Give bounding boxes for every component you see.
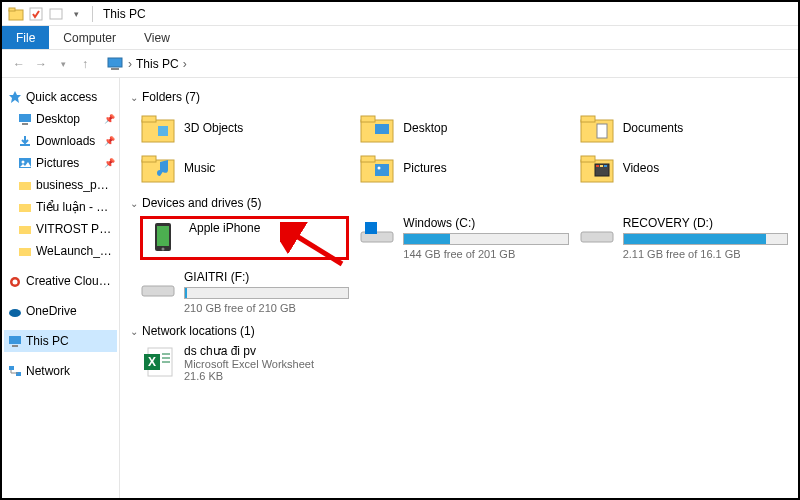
folder-3d-objects[interactable]: 3D Objects	[140, 110, 349, 146]
download-icon	[18, 134, 32, 148]
svg-rect-19	[9, 336, 21, 344]
drive-free-text: 144 GB free of 201 GB	[403, 248, 568, 260]
pin-icon: 📌	[104, 158, 115, 168]
sidebar-folder-vitrost[interactable]: VITROST PPTX	[4, 218, 117, 240]
desktop-icon	[18, 112, 32, 126]
svg-rect-24	[142, 116, 156, 122]
ribbon-tabs: File Computer View	[2, 26, 798, 50]
sidebar-label: Pictures	[36, 156, 102, 170]
sidebar-label: Downloads	[36, 134, 102, 148]
title-bar: ▾ This PC	[2, 2, 798, 26]
network-file-excel[interactable]: X ds chưa đi pv Microsoft Excel Workshee…	[140, 344, 788, 382]
svg-rect-5	[111, 68, 119, 70]
forward-button[interactable]: →	[30, 53, 52, 75]
folder-desktop[interactable]: Desktop	[359, 110, 568, 146]
sidebar-folder-welaunch[interactable]: WeLaunch_Desig	[4, 240, 117, 262]
svg-rect-50	[142, 286, 174, 296]
drive-icon	[359, 216, 395, 248]
tab-file[interactable]: File	[2, 26, 49, 49]
section-folders[interactable]: ⌄ Folders (7)	[130, 90, 788, 104]
drive-icon	[140, 270, 176, 302]
svg-point-11	[22, 161, 25, 164]
properties-icon[interactable]	[28, 6, 44, 22]
drive-recovery-d[interactable]: RECOVERY (D:) 2.11 GB free of 16.1 GB	[579, 216, 788, 260]
drive-giaitri-f[interactable]: GIAITRI (F:) 210 GB free of 210 GB	[140, 270, 349, 314]
svg-rect-1	[9, 8, 15, 11]
svg-rect-31	[597, 124, 607, 138]
folder-icon	[579, 112, 615, 144]
pin-icon: 📌	[104, 114, 115, 124]
sidebar-downloads[interactable]: Downloads 📌	[4, 130, 117, 152]
usage-bar	[623, 233, 788, 245]
sidebar-folder-business[interactable]: business_power	[4, 174, 117, 196]
folder-label: Videos	[623, 161, 659, 175]
svg-rect-49	[581, 232, 613, 242]
sidebar-label: WeLaunch_Desig	[36, 244, 115, 258]
sidebar-quick-access[interactable]: Quick access	[4, 86, 117, 108]
folder-videos[interactable]: Videos	[579, 150, 788, 186]
chevron-down-icon: ⌄	[130, 326, 138, 337]
svg-rect-8	[22, 123, 28, 125]
pc-icon	[106, 55, 124, 73]
svg-rect-9	[20, 144, 30, 146]
sidebar-folder-tieuluan[interactable]: Tiểu luận - Bài th	[4, 196, 117, 218]
drive-apple-iphone[interactable]: Apple iPhone	[140, 216, 349, 260]
sidebar-creative-cloud[interactable]: Creative Cloud Fil	[4, 270, 117, 292]
new-folder-icon[interactable]	[48, 6, 64, 22]
svg-rect-15	[19, 248, 31, 256]
folder-music[interactable]: Music	[140, 150, 349, 186]
svg-rect-35	[361, 156, 375, 162]
svg-rect-33	[142, 156, 156, 162]
back-button[interactable]: ←	[8, 53, 30, 75]
svg-rect-7	[19, 114, 31, 122]
sidebar-label: VITROST PPTX	[36, 222, 115, 236]
chevron-right-icon[interactable]: ›	[128, 57, 132, 71]
svg-rect-21	[9, 366, 14, 370]
file-size: 21.6 KB	[184, 370, 314, 382]
creative-cloud-icon	[8, 274, 22, 288]
svg-rect-28	[375, 124, 389, 134]
pc-icon	[8, 334, 22, 348]
folder-label: Music	[184, 161, 215, 175]
drive-label: Windows (C:)	[403, 216, 568, 230]
folder-pictures[interactable]: Pictures	[359, 150, 568, 186]
recent-dropdown[interactable]: ▾	[52, 53, 74, 75]
tab-view[interactable]: View	[130, 26, 184, 49]
svg-rect-39	[581, 156, 595, 162]
phone-device-icon	[145, 221, 181, 253]
svg-rect-41	[596, 165, 599, 167]
dropdown-icon[interactable]: ▾	[68, 6, 84, 22]
tab-computer[interactable]: Computer	[49, 26, 130, 49]
sidebar-onedrive[interactable]: OneDrive	[4, 300, 117, 322]
drive-windows-c[interactable]: Windows (C:) 144 GB free of 201 GB	[359, 216, 568, 260]
section-drives[interactable]: ⌄ Devices and drives (5)	[130, 196, 788, 210]
up-button[interactable]: ↑	[74, 53, 96, 75]
navigation-pane: Quick access Desktop 📌 Downloads 📌 Pictu…	[2, 78, 120, 498]
sidebar-label: OneDrive	[26, 304, 115, 318]
folder-icon	[140, 112, 176, 144]
file-type: Microsoft Excel Worksheet	[184, 358, 314, 370]
sidebar-desktop[interactable]: Desktop 📌	[4, 108, 117, 130]
window-title: This PC	[103, 7, 146, 21]
svg-rect-4	[108, 58, 122, 67]
svg-rect-43	[604, 165, 607, 167]
sidebar-network[interactable]: Network	[4, 360, 117, 382]
network-icon	[8, 364, 22, 378]
svg-point-46	[162, 248, 165, 251]
explorer-icon	[8, 6, 24, 22]
folder-icon	[18, 244, 32, 258]
drive-label: RECOVERY (D:)	[623, 216, 788, 230]
folder-icon	[359, 152, 395, 184]
folder-documents[interactable]: Documents	[579, 110, 788, 146]
file-name: ds chưa đi pv	[184, 344, 314, 358]
sidebar-pictures[interactable]: Pictures 📌	[4, 152, 117, 174]
usage-bar	[184, 287, 349, 299]
breadcrumb-root[interactable]: This PC	[136, 57, 179, 71]
svg-rect-25	[158, 126, 168, 136]
sidebar-this-pc[interactable]: This PC	[4, 330, 117, 352]
folder-label: 3D Objects	[184, 121, 243, 135]
onedrive-icon	[8, 304, 22, 318]
section-network-locations[interactable]: ⌄ Network locations (1)	[130, 324, 788, 338]
chevron-right-icon[interactable]: ›	[183, 57, 187, 71]
svg-point-37	[378, 167, 381, 170]
